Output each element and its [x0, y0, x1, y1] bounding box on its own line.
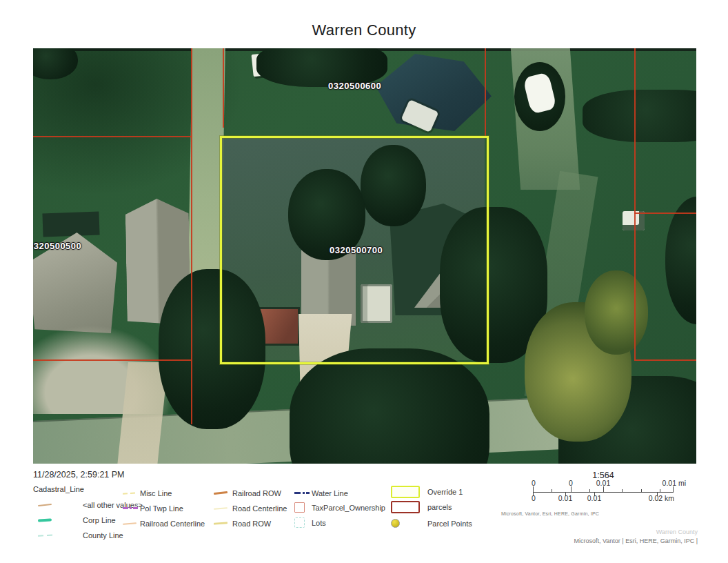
parcels-swatch-icon — [391, 501, 420, 513]
legend-item-railroad-row: Railroad ROW — [214, 487, 281, 499]
footer-attribution: Microsoft, Vantor | Esri, HERE, Garmin, … — [574, 537, 698, 544]
parcel-line — [191, 48, 192, 424]
hedge-row-topright — [583, 90, 696, 142]
parcel-label-left: 0320500500 — [33, 241, 81, 251]
legend-item-taxparcel-ownership: TaxParcel_Ownership — [294, 502, 385, 513]
legend-item-override-1: Override 1 — [391, 486, 463, 497]
pol-twp-line-swatch-icon — [123, 507, 138, 509]
taxparcel-ownership-swatch-icon — [294, 502, 305, 513]
legend-label: Pol Twp Line — [140, 504, 183, 513]
parcel-points-swatch-icon — [391, 519, 400, 528]
parcel-label-top: 0320500600 — [328, 81, 381, 91]
scalebar-attribution: Microsoft, Vantor, Esri, HERE, Garmin, I… — [501, 511, 599, 516]
legend-item-parcel-points: Parcel Points — [391, 517, 472, 529]
parcel-line — [634, 48, 636, 360]
legend-label: Road ROW — [232, 520, 271, 528]
road-row-swatch-icon — [214, 522, 228, 524]
page-title: Warren County — [0, 21, 728, 39]
footer-watermark: Warren County — [656, 529, 698, 535]
legend-item-road-row: Road ROW — [214, 517, 271, 529]
legend-label: Corp Line — [83, 516, 116, 524]
parcel-line — [33, 136, 191, 137]
railroad-row-swatch-icon — [214, 491, 228, 495]
scale-km-label: 0 — [528, 494, 539, 502]
misc-line-swatch-icon — [123, 492, 138, 495]
tree-cluster — [290, 348, 489, 464]
map-viewport[interactable]: 0320500600 0320500500 0320500700 — [33, 48, 696, 464]
legend-label: Railroad ROW — [232, 489, 281, 497]
parcel-line — [485, 48, 486, 137]
parcel-line — [634, 213, 696, 214]
corp-line-swatch-icon — [38, 518, 52, 522]
legend-label: Railroad Centerline — [140, 520, 205, 528]
parcel-line — [634, 359, 696, 361]
railroad-centerline-swatch-icon — [123, 522, 136, 525]
legend-label: Misc Line — [140, 489, 172, 497]
legend-item-parcels: parcels — [391, 501, 452, 513]
parcel-line — [223, 48, 224, 128]
parcel-label-center: 0320500700 — [330, 245, 383, 255]
legend-label: Parcel Points — [427, 520, 472, 528]
scale-km-label: 0.02 km — [631, 494, 674, 502]
legend-label: TaxParcel_Ownership — [312, 504, 385, 512]
scale-bar-line — [533, 492, 674, 493]
tree-olive-small — [585, 270, 648, 355]
legend-item-water-line: Water Line — [294, 487, 348, 499]
scale-km-label: 0.01 — [552, 494, 579, 502]
county-line-swatch-icon — [38, 534, 56, 536]
dark-roof-topleft — [42, 212, 99, 237]
road-centerline-swatch-icon — [214, 507, 228, 509]
legend-item-lots: Lots — [294, 517, 326, 529]
legend-label: Water Line — [312, 489, 348, 497]
timestamp: 11/28/2025, 2:59:21 PM — [33, 470, 125, 480]
parcel-line — [33, 359, 191, 361]
legend-item-railroad-centerline: Railroad Centerline — [123, 517, 205, 529]
legend-item-corp-line: Corp Line — [38, 514, 116, 526]
legend-item-pol-twp-line: Pol Twp Line — [123, 502, 183, 514]
legend-item-road-centerline: Road Centerline — [214, 502, 287, 514]
legend-item-misc-line: Misc Line — [123, 487, 172, 499]
water-line-swatch-icon — [294, 492, 310, 494]
legend-label: Override 1 — [427, 488, 463, 496]
legend-label: parcels — [427, 503, 452, 511]
legend-item-county-line: County Line — [38, 529, 123, 541]
legend-label: Lots — [312, 519, 326, 527]
print-page: { "title": "Warren County", "timestamp":… — [0, 0, 728, 563]
lots-swatch-icon — [294, 517, 305, 528]
scale-km-label: 0.01 — [580, 494, 608, 502]
override-1-swatch-icon — [391, 486, 420, 498]
structure-white-right — [623, 211, 645, 230]
all-other-values-swatch-icon — [38, 503, 52, 506]
legend-label: County Line — [83, 531, 123, 540]
legend-header: Cadastral_Line — [33, 485, 84, 493]
legend-label: Road Centerline — [232, 504, 287, 513]
